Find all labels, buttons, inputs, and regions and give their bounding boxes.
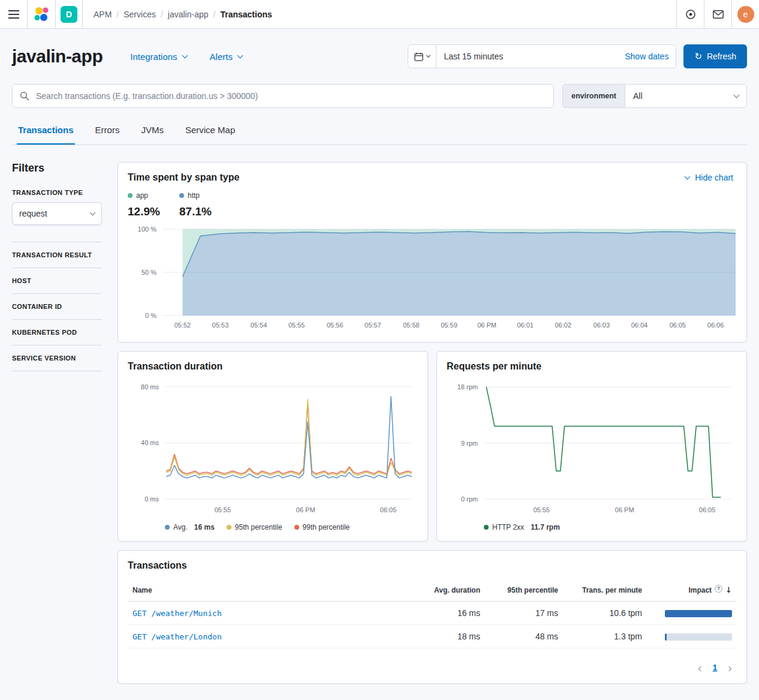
- svg-text:18 rpm: 18 rpm: [457, 383, 478, 390]
- svg-text:05:59: 05:59: [441, 322, 457, 329]
- previous-page-icon[interactable]: ‹: [693, 662, 707, 674]
- breadcrumb-services[interactable]: Services: [124, 10, 156, 19]
- legend-dot-95th: [227, 525, 231, 530]
- column-header-name[interactable]: Name: [128, 579, 413, 601]
- transaction-link-london[interactable]: GET /weather/London: [132, 632, 222, 641]
- show-dates-button[interactable]: Show dates: [618, 52, 676, 61]
- environment-label: environment: [562, 84, 625, 108]
- legend-value-http-2xx: 11.7 rpm: [531, 523, 560, 531]
- svg-text:0 ms: 0 ms: [144, 495, 159, 503]
- refresh-button[interactable]: ↻ Refresh: [683, 44, 747, 68]
- refresh-icon: ↻: [694, 51, 702, 62]
- svg-text:05:55: 05:55: [288, 322, 305, 329]
- search-box: [12, 84, 554, 108]
- svg-text:05:52: 05:52: [174, 322, 191, 329]
- tab-jvms[interactable]: JVMs: [140, 124, 165, 145]
- svg-text:06:05: 06:05: [699, 506, 716, 513]
- time-range-value[interactable]: Last 15 minutes: [436, 52, 618, 61]
- transaction-type-select[interactable]: request: [12, 202, 102, 225]
- filter-section-transaction-result[interactable]: TRANSACTION RESULT: [12, 242, 102, 268]
- span-type-chart: 0 %50 %100 %05:5205:5305:5405:5505:5605:…: [128, 224, 737, 332]
- legend-value-avg: 16 ms: [194, 523, 215, 531]
- legend-item-95th[interactable]: 95th percentile: [227, 523, 282, 531]
- svg-text:05:57: 05:57: [365, 322, 381, 329]
- breadcrumb-apm[interactable]: APM: [94, 10, 112, 19]
- menu-icon[interactable]: [0, 0, 28, 29]
- alerts-menu[interactable]: Alerts: [210, 52, 242, 62]
- svg-text:05:54: 05:54: [251, 322, 267, 329]
- table-row: GET /weather/Munich 16 ms 17 ms 10.6 tpm: [128, 601, 737, 624]
- transaction-type-label: TRANSACTION TYPE: [12, 189, 102, 196]
- newsfeed-icon[interactable]: [704, 0, 731, 29]
- legend-item-99th[interactable]: 99th percentile: [294, 523, 350, 531]
- transactions-table-card: Transactions Name Avg. duration 95th per…: [118, 550, 747, 684]
- legend-item-http-2xx[interactable]: HTTP 2xx 11.7 rpm: [484, 523, 560, 531]
- impact-header-label: Impact: [688, 586, 712, 594]
- date-picker: Last 15 minutes Show dates: [408, 44, 676, 68]
- svg-text:05:56: 05:56: [327, 322, 344, 329]
- svg-text:06:04: 06:04: [631, 322, 648, 329]
- filter-section-service-version[interactable]: SERVICE VERSION: [12, 346, 102, 371]
- column-header-trans-per-minute[interactable]: Trans. per minute: [563, 579, 647, 601]
- legend-item-http[interactable]: http: [179, 191, 214, 200]
- info-icon[interactable]: ?: [715, 585, 722, 593]
- breadcrumb-service[interactable]: javalin-app: [168, 10, 209, 19]
- svg-text:06:02: 06:02: [555, 322, 571, 329]
- requests-per-minute-chart: 0 rpm9 rpm18 rpm05:5506 PM06:05: [447, 378, 737, 517]
- quick-select-button[interactable]: [408, 45, 436, 68]
- impact-bar: [665, 633, 732, 641]
- legend-dot-http: [179, 193, 184, 198]
- column-header-avg-duration[interactable]: Avg. duration: [413, 579, 485, 601]
- p95-value: 48 ms: [485, 624, 563, 648]
- transaction-link-munich[interactable]: GET /weather/Munich: [132, 609, 222, 618]
- http-percentage: 87.1%: [179, 205, 214, 218]
- breadcrumb-current: Transactions: [220, 10, 272, 19]
- next-page-icon[interactable]: ›: [723, 662, 737, 674]
- page-1-button[interactable]: 1: [710, 663, 720, 672]
- hide-chart-button[interactable]: Hide chart: [682, 172, 737, 183]
- legend-item-app[interactable]: app: [128, 191, 162, 200]
- svg-text:05:55: 05:55: [215, 506, 231, 513]
- svg-text:100 %: 100 %: [138, 226, 156, 233]
- svg-text:05:55: 05:55: [534, 506, 550, 513]
- column-header-impact[interactable]: Impact?↓: [647, 579, 737, 601]
- tab-bar: Transactions Errors JVMs Service Map: [12, 124, 747, 145]
- chevron-down-icon: [182, 52, 188, 58]
- hide-chart-label: Hide chart: [695, 173, 733, 182]
- legend-dot-avg: [165, 525, 170, 530]
- environment-select[interactable]: All: [625, 84, 747, 108]
- space-selector[interactable]: D: [55, 0, 83, 29]
- svg-text:06:03: 06:03: [594, 322, 610, 329]
- tab-service-map[interactable]: Service Map: [184, 124, 236, 145]
- alerts-label: Alerts: [210, 52, 233, 62]
- svg-text:05:53: 05:53: [212, 322, 229, 329]
- user-menu[interactable]: e: [731, 0, 759, 29]
- transaction-duration-chart: 0 ms40 ms80 ms05:5506 PM06:05: [128, 378, 418, 517]
- integrations-menu[interactable]: Integrations: [130, 52, 186, 62]
- page-title: javalin-app: [12, 46, 103, 67]
- environment-value: All: [633, 91, 643, 101]
- transaction-type-value: request: [19, 209, 47, 218]
- space-badge: D: [61, 6, 77, 23]
- top-navigation-bar: D APM / Services / javalin-app / Transac…: [0, 0, 759, 29]
- tab-errors[interactable]: Errors: [94, 124, 121, 145]
- legend-label-http: http: [188, 191, 200, 200]
- filter-section-container-id[interactable]: CONTAINER ID: [12, 294, 102, 320]
- svg-text:0 rpm: 0 rpm: [461, 495, 478, 503]
- legend-item-avg[interactable]: Avg. 16 ms: [165, 523, 215, 531]
- legend-dot-app: [128, 193, 132, 198]
- app-percentage: 12.9%: [128, 205, 162, 218]
- breadcrumb: APM / Services / javalin-app / Transacti…: [94, 10, 272, 19]
- impact-bar: [665, 610, 732, 617]
- svg-text:05:58: 05:58: [403, 322, 420, 329]
- search-input[interactable]: [35, 91, 546, 101]
- span-card-title: Time spent by span type: [128, 172, 239, 183]
- elastic-logo[interactable]: [28, 0, 55, 29]
- svg-text:06 PM: 06 PM: [615, 506, 634, 513]
- transactions-table: Name Avg. duration 95th percentile Trans…: [128, 579, 737, 648]
- filter-section-kubernetes-pod[interactable]: KUBERNETES POD: [12, 320, 102, 346]
- deployment-icon[interactable]: [676, 0, 704, 29]
- filter-section-host[interactable]: HOST: [12, 268, 102, 294]
- column-header-95th-percentile[interactable]: 95th percentile: [485, 579, 563, 601]
- tab-transactions[interactable]: Transactions: [17, 124, 75, 145]
